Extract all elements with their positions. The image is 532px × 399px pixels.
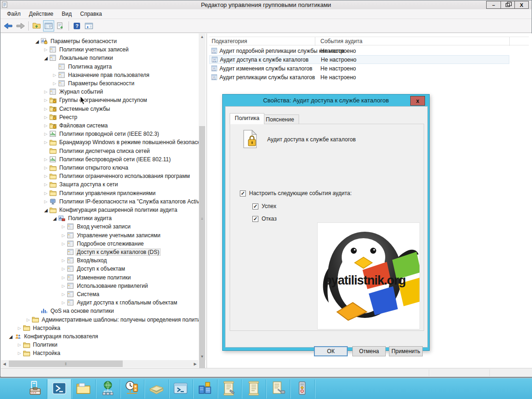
tree-item[interactable]: ▷Политики беспроводной сети (IEEE 802.11… [42, 155, 172, 164]
tree-horizontal-scrollbar[interactable]: ◀ ⦀ ▶ [1, 360, 199, 367]
tree-hscroll-thumb[interactable]: ⦀ [9, 361, 123, 367]
expand-icon[interactable]: ▷ [42, 181, 50, 188]
tree-item[interactable]: ▷Политики управления приложениями [42, 189, 157, 197]
expand-icon[interactable]: ▷ [60, 232, 67, 239]
configure-audit-checkbox[interactable]: ✓ [240, 190, 246, 196]
expand-icon[interactable]: ▷ [42, 173, 50, 179]
expand-icon[interactable]: ▷ [60, 291, 67, 298]
collapse-icon[interactable]: ◢ [7, 333, 14, 340]
tree-item[interactable]: ▷Файловая система [42, 121, 109, 130]
taskbar-button-scroll-hammer[interactable] [266, 379, 289, 399]
help-icon[interactable]: ? [71, 20, 82, 32]
tree-item[interactable]: ◢Конфигурация пользователя [7, 332, 100, 341]
column-header-audit-events[interactable]: События аудита [320, 38, 363, 44]
apply-button[interactable]: Применить [389, 346, 423, 356]
expand-icon[interactable]: ▷ [51, 80, 58, 87]
taskbar-button-gpmc-clock[interactable] [120, 379, 144, 399]
list-row[interactable]: 101010Аудит доступа к службе каталоговНе… [209, 55, 509, 64]
tree-item[interactable]: ▷Системные службы [42, 105, 112, 113]
scroll-right-icon[interactable]: ▶ [192, 360, 199, 367]
menu-item-1[interactable]: Действие [25, 10, 57, 18]
tree-item[interactable]: ▷Доступ к объектам [60, 265, 126, 273]
tree-item[interactable]: ◢Политики аудита [51, 214, 113, 222]
expand-icon[interactable]: ▷ [60, 266, 67, 272]
export-list-icon[interactable] [55, 20, 66, 32]
tree-item[interactable]: ◢Конфигурация расширенной политики аудит… [42, 206, 179, 214]
collapse-icon[interactable]: ◢ [51, 215, 58, 222]
tab-explanation[interactable]: Пояснение [261, 114, 299, 125]
tree-item[interactable]: ▷Аудит доступа к глобальным объектам [60, 298, 179, 307]
tree-vscroll-thumb[interactable]: ≡ [199, 126, 205, 368]
expand-icon[interactable]: ▷ [16, 342, 23, 348]
column-divider[interactable] [315, 37, 315, 46]
scroll-down-icon[interactable]: ▼ [199, 353, 206, 360]
tree-item[interactable]: ▷Политики проводной сети (IEEE 802.3) [42, 130, 161, 138]
expand-icon[interactable]: ▷ [60, 223, 67, 230]
tree-item[interactable]: ▷Назначение прав пользователя [51, 71, 151, 79]
ok-button[interactable]: ОК [314, 346, 348, 356]
expand-icon[interactable]: ▷ [42, 89, 50, 95]
collapse-icon[interactable]: ◢ [42, 55, 50, 61]
expand-icon[interactable]: ▷ [42, 106, 50, 112]
dialog-titlebar[interactable]: Свойства: Аудит доступа к службе каталог… [223, 95, 429, 106]
column-divider[interactable] [509, 37, 510, 46]
menu-item-3[interactable]: Справка [76, 10, 106, 18]
tree-item[interactable]: ◢Параметры безопасности [33, 37, 118, 45]
new-window-icon[interactable] [83, 20, 94, 32]
tree-item[interactable]: ▷Журнал событий [42, 88, 104, 96]
expand-icon[interactable]: ▷ [42, 198, 50, 205]
tree-item[interactable]: ▷Вход учетной записи [60, 222, 132, 231]
dialog-close-button[interactable]: x [410, 96, 425, 106]
tree-item[interactable]: ▷Реестр [42, 113, 79, 121]
taskbar-button-server-manager[interactable] [23, 379, 46, 399]
collapse-icon[interactable]: ◢ [42, 207, 50, 213]
expand-icon[interactable]: ▷ [60, 274, 67, 281]
taskbar-button-book[interactable] [145, 379, 168, 399]
forward-icon[interactable] [15, 20, 26, 32]
cancel-button[interactable]: Отмена [352, 346, 386, 356]
list-row[interactable]: 101010Аудит изменения службы каталоговНе… [209, 64, 509, 73]
expand-icon[interactable]: ▷ [42, 97, 50, 103]
expand-icon[interactable]: ▷ [60, 257, 67, 264]
taskbar-button-powershell-ise[interactable] [169, 379, 192, 399]
tree-item[interactable]: Политика аудита [51, 63, 113, 71]
success-checkbox[interactable]: ✓ [252, 203, 258, 209]
expand-icon[interactable]: ▷ [42, 165, 50, 171]
menu-item-2[interactable]: Вид [58, 10, 75, 18]
tree-item[interactable]: ▷Брандмауэр Windows в режиме повышенной … [42, 138, 199, 146]
expand-icon[interactable]: ▷ [16, 325, 23, 331]
minimize-button[interactable]: – [487, 1, 501, 8]
expand-icon[interactable]: ▷ [60, 241, 67, 247]
taskbar-button-admin-center[interactable] [194, 379, 217, 399]
taskbar-button-device-error[interactable] [291, 379, 314, 399]
restore-button[interactable] [501, 1, 514, 8]
window-titlebar[interactable]: Редактор управления групповыми политикам… [0, 0, 532, 9]
tree-item[interactable]: QoS на основе политики [33, 307, 115, 315]
failure-checkbox[interactable]: ✓ [252, 216, 258, 222]
taskbar-button-scroll-pen[interactable] [218, 379, 241, 399]
tree-item[interactable]: ▷Политики [16, 341, 59, 349]
expand-icon[interactable]: ▷ [42, 122, 50, 129]
expand-icon[interactable]: ▷ [42, 139, 50, 146]
expand-icon[interactable]: ▷ [60, 299, 67, 306]
tree-item[interactable]: ▷Использование привилегий [60, 282, 150, 290]
scroll-up-icon[interactable]: ▲ [199, 33, 206, 40]
list-row[interactable]: 101010Аудит репликации службы каталоговН… [209, 73, 509, 82]
tree-item[interactable]: ▷Административные шаблоны: получены опре… [25, 316, 199, 324]
tree-item[interactable]: ◢Локальные политики [42, 54, 114, 62]
taskbar-button-ad-sites[interactable] [96, 379, 119, 399]
folder-up-icon[interactable] [31, 20, 42, 32]
list-row[interactable]: 101010Аудит подробной репликации службы … [209, 46, 509, 55]
console-tree-icon[interactable] [43, 20, 54, 32]
tree-item[interactable]: ▷Система [60, 290, 100, 298]
scroll-left-icon[interactable]: ◀ [1, 360, 8, 367]
back-icon[interactable] [3, 20, 14, 32]
column-header-subcategory[interactable]: Подкатегория [212, 38, 247, 44]
taskbar-button-scroll[interactable] [242, 379, 265, 399]
expand-icon[interactable]: ▷ [42, 190, 50, 196]
tree-item[interactable]: ▷Управление учетными записями [60, 231, 162, 240]
expand-icon[interactable]: ▷ [42, 156, 50, 163]
tree-item[interactable]: Политики диспетчера списка сетей [42, 147, 151, 155]
expand-icon[interactable]: ▷ [42, 114, 50, 120]
expand-icon[interactable]: ▷ [16, 350, 23, 356]
